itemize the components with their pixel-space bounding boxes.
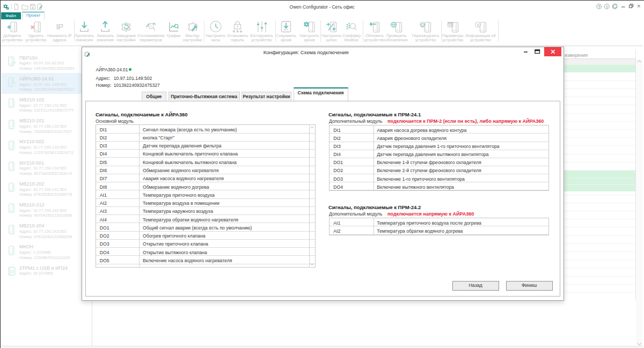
svg-text:?: ?	[598, 4, 601, 9]
svg-text:i: i	[477, 23, 478, 27]
svg-text:IP: IP	[56, 22, 63, 31]
svg-text:★★★: ★★★	[232, 29, 243, 33]
svg-text:i: i	[606, 4, 608, 9]
